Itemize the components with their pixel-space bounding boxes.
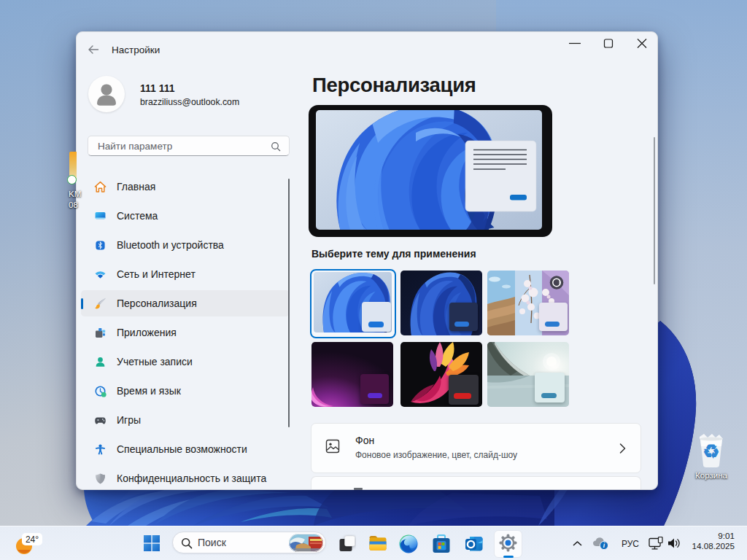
svg-text:24°: 24° bbox=[26, 534, 39, 545]
svg-text:♻: ♻ bbox=[703, 440, 719, 462]
